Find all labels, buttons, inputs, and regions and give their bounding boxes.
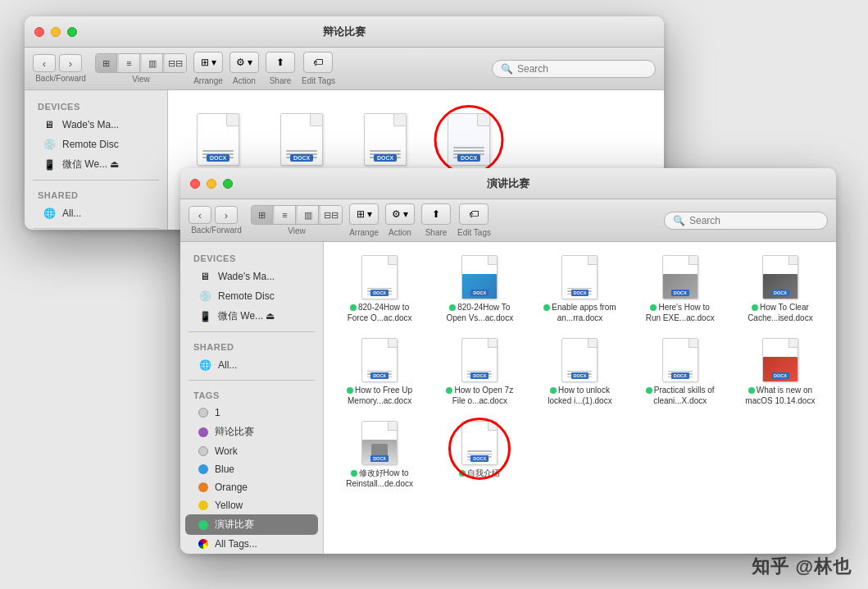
divider-shared-1 <box>33 180 159 180</box>
sidebar-tag-orange-2[interactable]: Orange <box>185 478 318 496</box>
file-item-ziwo-2[interactable]: DOCX 自我介绍 <box>434 418 525 492</box>
view-icon-btn-1[interactable]: ⊞ <box>96 54 117 72</box>
sidebar-item-all-shared-1[interactable]: 🌐 All... <box>30 203 162 223</box>
sidebar-item-wades-2[interactable]: 🖥 Wade's Ma... <box>185 267 318 286</box>
view-gallery-btn-2[interactable]: ⊟⊟ <box>320 206 342 224</box>
view-list-btn-2[interactable]: ≡ <box>275 206 296 224</box>
view-col-btn-1[interactable]: ▥ <box>142 54 163 72</box>
arrange-section-1: ⊞ ▾ Arrange <box>193 52 223 85</box>
back-button-2[interactable]: ‹ <box>189 206 211 224</box>
sidebar-remote-label-1: Remote Disc <box>62 139 119 150</box>
arrange-button-2[interactable]: ⊞ ▾ <box>349 203 379 225</box>
sidebar-item-wades-1[interactable]: 🖥 Wade's Ma... <box>30 115 162 135</box>
search-input-1[interactable] <box>517 63 647 75</box>
file-item-whats-new-2[interactable]: DOCX What is new on macOS 10.14.docx <box>734 335 826 409</box>
sidebar-item-wechat-1[interactable]: 📱 微信 We... ⏏ <box>30 154 162 175</box>
sidebar-tag-yanjiang-2[interactable]: 演讲比赛 <box>185 514 318 535</box>
back-button-1[interactable]: ‹ <box>33 54 56 72</box>
file-item-unlock-2[interactable]: DOCX How to unlock locked i...(1).docx <box>534 335 625 409</box>
sidebar-item-remote-2[interactable]: 💿 Remote Disc <box>185 286 318 306</box>
file-item-free-mem-2[interactable]: DOCX How to Free Up Memory...ac.docx <box>334 335 425 409</box>
sidebar-tag-bianlun-2[interactable]: 辩论比赛 <box>185 422 318 442</box>
file-item-820-force-2[interactable]: DOCX 820-24How to Force O...ac.docx <box>334 252 425 326</box>
arrange-label-2: Arrange <box>349 228 379 237</box>
tag-dot-all-2 <box>198 539 208 549</box>
share-section-2: ⬆ Share <box>421 203 451 237</box>
view-icon-btn-2[interactable]: ⊞ <box>252 206 273 224</box>
sidebar-tag-1-2[interactable]: 1 <box>185 404 318 422</box>
tag-dot-f5 <box>752 304 758 311</box>
file-item-reinstall-2[interactable]: DOCX 修改好How to Reinstall...de.docx <box>334 418 425 492</box>
title-bar-2: 演讲比赛 <box>180 168 836 199</box>
tag-dot-yellow-2 <box>198 500 208 510</box>
maximize-button-1[interactable] <box>67 27 77 37</box>
forward-button-2[interactable]: › <box>215 206 238 224</box>
action-button-1[interactable]: ⚙ ▾ <box>229 52 259 73</box>
share-label-2: Share <box>425 228 448 237</box>
share-button-2[interactable]: ⬆ <box>421 203 451 225</box>
view-col-btn-2[interactable]: ▥ <box>298 206 319 224</box>
file-item-heres-how-2[interactable]: DOCX Here's How to Run EXE...ac.docx <box>634 252 726 326</box>
sidebar-remote-label-2: Remote Disc <box>218 290 275 302</box>
file-icon-sites-1: DOCX <box>277 108 326 166</box>
docx-sm-label-4: DOCX <box>671 290 689 296</box>
file-item-practical-2[interactable]: DOCX Practical skills of cleani...X.docx <box>634 335 726 409</box>
docx-sm-label-3: DOCX <box>571 290 589 296</box>
sidebar-item-all-shared-2[interactable]: 🌐 All... <box>185 355 318 375</box>
close-button-1[interactable] <box>34 27 44 37</box>
tag-dot-f1 <box>350 304 357 311</box>
file-name-7z-2: How to Open 7z File o...ac.docx <box>443 385 516 406</box>
docx-line-w1 <box>370 150 401 152</box>
minimize-button-1[interactable] <box>51 27 61 37</box>
file-item-820-open-2[interactable]: DOCX 820-24How To Open Vs...ac.docx <box>434 252 525 326</box>
edittags-button-1[interactable]: 🏷 <box>303 52 333 73</box>
action-label-2: Action <box>389 228 411 237</box>
action-button-2[interactable]: ⚙ ▾ <box>385 203 415 225</box>
tag-icon-1: 🏷 <box>313 57 323 68</box>
share-label-1: Share <box>270 76 292 85</box>
arrange-button-1[interactable]: ⊞ ▾ <box>193 52 223 73</box>
edittags-button-2[interactable]: 🏷 <box>459 203 489 225</box>
sidebar-tag-yellow-label-2: Yellow <box>215 500 243 511</box>
docx-label-sites-1: DOCX <box>290 154 313 162</box>
disc-icon-2: 💿 <box>198 290 211 303</box>
sidebar-item-remote-1[interactable]: 💿 Remote Disc <box>30 135 162 154</box>
sidebar-item-wechat-2[interactable]: 📱 微信 We... ⏏ <box>185 306 318 326</box>
sidebar-tag-blue-2[interactable]: Blue <box>185 460 318 478</box>
sidebar-tag-1-label-2: 1 <box>215 407 220 418</box>
file-item-clear-cache-2[interactable]: DOCX How To Clear Cache...ised.docx <box>734 252 826 326</box>
view-gallery-btn-1[interactable]: ⊟⊟ <box>165 54 186 72</box>
docx-sm-label-6: DOCX <box>370 372 389 379</box>
file-name-820-open-2: 820-24How To Open Vs...ac.docx <box>443 302 516 323</box>
search-input-2[interactable] <box>689 215 819 226</box>
sidebar-tag-all-2[interactable]: All Tags... <box>185 535 318 553</box>
sidebar-tag-yellow-2[interactable]: Yellow <box>185 496 318 514</box>
tag-dot-yanjiang-2 <box>198 520 208 530</box>
docx-sm-label-2: DOCX <box>470 290 489 296</box>
nav-buttons-2: ‹ › <box>189 206 238 224</box>
sidebar-tag-yanjiang-label-2: 演讲比赛 <box>215 518 254 532</box>
tag-dot-f4 <box>650 304 657 311</box>
content-area-2: Devices 🖥 Wade's Ma... 💿 Remote Disc 📱 微… <box>180 242 836 554</box>
share-button-1[interactable]: ⬆ <box>266 52 295 73</box>
search-box-2[interactable]: 🔍 <box>664 212 828 230</box>
maximize-button-2[interactable] <box>223 179 233 189</box>
file-name-enable-2: Enable apps from an...rra.docx <box>543 302 616 323</box>
sidebar-tag-work-2[interactable]: Work <box>185 442 318 460</box>
docx-sm-label-12: DOCX <box>470 455 489 462</box>
minimize-button-2[interactable] <box>207 179 216 189</box>
file-item-7z-2[interactable]: DOCX How to Open 7z File o...ac.docx <box>434 335 525 409</box>
file-name-ziwo-2: 自我介绍 <box>459 468 500 478</box>
docx-page-notes-1: DOCX <box>197 113 239 166</box>
close-button-2[interactable] <box>190 179 200 189</box>
forward-button-1[interactable]: › <box>59 54 82 72</box>
search-box-1[interactable]: 🔍 <box>492 60 656 78</box>
docx-line-z1 <box>453 147 484 148</box>
docx-icon-ziwo-2: DOCX <box>461 421 498 465</box>
tag-dot-f11 <box>351 470 357 477</box>
window-controls-2 <box>190 179 233 189</box>
arrange-dropdown-icon-1: ▾ <box>211 57 216 68</box>
docx-icon-practical-2: DOCX <box>662 338 698 382</box>
view-list-btn-1[interactable]: ≡ <box>119 54 140 72</box>
file-item-enable-apps-2[interactable]: DOCX Enable apps from an...rra.docx <box>534 252 625 326</box>
